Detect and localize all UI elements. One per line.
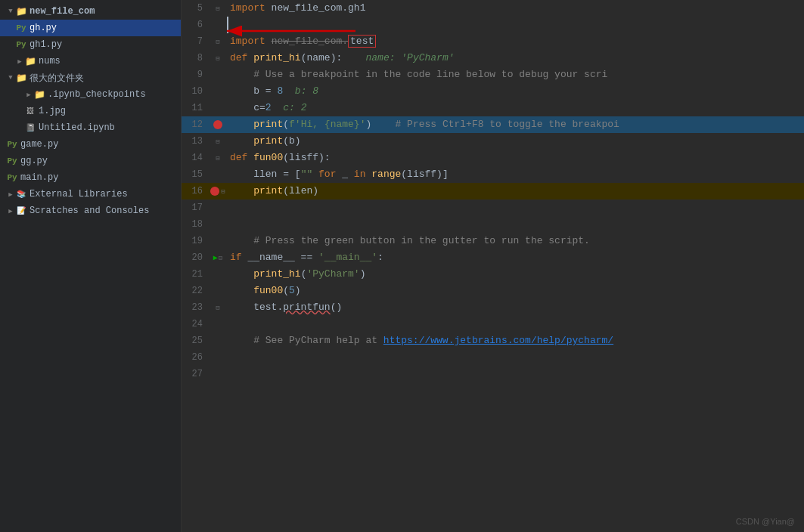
code-line-21: 21 print_hi('PyCharm') [182,266,804,283]
code-line-7: 7 ⊟ import new_file_com.test [182,33,804,50]
line-number: 11 [182,100,209,116]
code-content[interactable] [227,216,804,233]
sidebar-item-gg-py[interactable]: Py gg.py [0,153,181,169]
line-number: 25 [182,332,209,349]
code-content[interactable]: llen = ["" for _ in range(lisff)] [227,166,804,183]
breakpoint-indicator [213,120,222,129]
file-tree[interactable]: ▼ 📁 new_file_com Py gh.py Py gh1.py ▶ 📁 … [0,0,182,532]
code-line-9: 9 # Use a breakpoint in the code line be… [182,66,804,83]
line-number: 19 [182,233,209,249]
code-content[interactable]: def fun00(lisff): [227,150,804,166]
code-content[interactable] [227,17,804,33]
line-number: 26 [182,349,209,366]
line-number: 14 [182,150,209,166]
line-number: 18 [182,216,209,233]
sidebar-item-label: gg.py [20,156,48,166]
code-content[interactable]: print_hi('PyCharm') [227,266,804,283]
code-content[interactable]: def print_hi(name): name: 'PyCharm' [227,50,804,66]
code-line-26: 26 [182,349,804,366]
code-content[interactable]: import new_file_com.test [227,33,804,50]
code-line-15: 15 llen = ["" for _ in range(lisff)] [182,166,804,183]
sidebar-item-label: gh1.py [29,39,62,50]
code-line-13: 13 ⊟ print(b) [182,133,804,150]
code-content[interactable]: b = 8 b: 8 [227,83,804,100]
sidebar-item-nums[interactable]: ▶ 📁 nums [0,53,181,70]
py-file-icon: Py [6,155,18,167]
code-line-16: 16 ⊟ print(llen) [182,183,804,200]
line-number: 23 [182,299,209,316]
code-line-11: 11 c=2 c: 2 [182,100,804,116]
gutter: ⊟ [209,183,227,200]
code-line-6: 6 [182,17,804,33]
gutter: ⊟ [209,50,227,66]
sidebar-item-ipynb-checkpoints[interactable]: ▶ 📁 .ipynb_checkpoints [0,86,181,103]
sidebar-item-new-file-com[interactable]: ▼ 📁 new_file_com [0,3,181,20]
ext-lib-icon: 📚 [15,188,27,200]
py-file-icon: Py [6,138,18,150]
sidebar-item-label: main.py [20,172,58,183]
folder-icon: 📁 [24,55,36,67]
sidebar-item-big-folder[interactable]: ▼ 📁 很大的文件夹 [0,70,181,86]
code-content[interactable]: if __name__ == '__main__': [227,249,804,266]
line-number: 22 [182,283,209,299]
code-line-19: 19 # Press the green button in the gutte… [182,233,804,249]
line-number: 6 [182,17,209,33]
expand-arrow: ▶ [24,90,33,99]
sidebar-item-external-libs[interactable]: ▶ 📚 External Libraries [0,186,181,203]
code-content[interactable]: fun00(5) [227,283,804,299]
code-content[interactable]: # See PyCharm help at https://www.jetbra… [227,332,804,349]
sidebar-item-label: Untitled.ipynb [39,122,115,133]
folder-icon: 📁 [33,88,45,101]
fold-icon: ⊟ [221,187,225,196]
sidebar-item-untitled-ipynb[interactable]: 📓 Untitled.ipynb [0,119,181,136]
line-number: 10 [182,83,209,100]
code-content[interactable]: # Use a breakpoint in the code line belo… [227,66,804,83]
sidebar-item-scratches[interactable]: ▶ 📝 Scratches and Consoles [0,203,181,219]
gutter [209,200,227,216]
sidebar-item-label: 1.jpg [39,106,66,116]
gutter [209,17,227,33]
code-content[interactable] [227,366,804,382]
sidebar-item-label: new_file_com [29,6,95,17]
code-line-8: 8 ⊟ def print_hi(name): name: 'PyCharm' [182,50,804,66]
code-editor[interactable]: 5 ⊟ import new_file_com.gh1 6 7 ⊟ import… [182,0,804,532]
gutter [209,100,227,116]
line-number: 7 [182,33,209,50]
code-content[interactable]: # Press the green button in the gutter t… [227,233,804,249]
sidebar-item-gh-py[interactable]: Py gh.py [0,20,181,36]
code-content[interactable] [227,200,804,216]
expand-arrow: ▼ [6,73,15,82]
gutter [209,83,227,100]
code-content[interactable] [227,316,804,332]
gutter [209,116,227,133]
py-file-icon: Py [15,22,27,34]
run-arrow-icon[interactable]: ▶ [213,253,218,262]
code-content[interactable]: import new_file_com.gh1 [227,0,804,17]
expand-arrow: ▶ [15,57,24,66]
line-number: 21 [182,266,209,283]
code-content[interactable]: c=2 c: 2 [227,100,804,116]
code-content[interactable]: print(b) [227,133,804,150]
line-number: 5 [182,0,209,17]
code-content[interactable]: test.printfun() [227,299,804,316]
sidebar-item-gh1-py[interactable]: Py gh1.py [0,36,181,53]
fold-icon: ⊟ [216,54,219,63]
image-file-icon: 🖼 [24,105,36,117]
fold-icon: ⊟ [216,38,219,46]
line-number: 13 [182,133,209,150]
gutter: ⊟ [209,150,227,166]
sidebar-item-main-py[interactable]: Py main.py [0,169,181,186]
code-line-10: 10 b = 8 b: 8 [182,83,804,100]
sidebar-item-game-py[interactable]: Py game.py [0,136,181,153]
gutter: ⊟ [209,33,227,50]
code-content[interactable]: print(llen) [227,183,804,200]
gutter [209,66,227,83]
sidebar-item-1jpg[interactable]: 🖼 1.jpg [0,103,181,119]
line-number: 9 [182,66,209,83]
folder-icon: 📁 [15,5,27,17]
code-content[interactable]: print(f'Hi, {name}') # Press Ctrl+F8 to … [227,116,804,133]
code-content[interactable] [227,349,804,366]
fold-icon: ⊟ [216,138,219,146]
sidebar-item-label: game.py [20,139,58,150]
gutter [209,216,227,233]
